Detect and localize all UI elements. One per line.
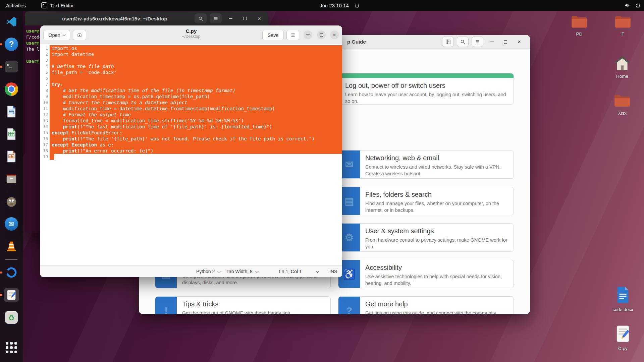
dock-item-trash[interactable]: ♻ xyxy=(4,310,19,324)
hamburger-menu-icon[interactable] xyxy=(472,37,483,47)
code-line[interactable]: 11 modification_time = datetime.datetime… xyxy=(40,106,342,112)
dock-item-vlc[interactable] xyxy=(4,239,19,253)
code-line[interactable]: 15except FileNotFoundError: xyxy=(40,130,342,136)
text-editor-icon xyxy=(41,2,47,8)
editor-statusbar: Python 2 Tab Width: 8 Ln 1, Col 1 INS xyxy=(40,265,342,277)
line-number: 2 xyxy=(40,51,50,57)
line-number: 4 xyxy=(40,63,50,69)
card-title: Get more help xyxy=(365,300,496,308)
clock-menu[interactable]: Jun 23 10:14 xyxy=(320,0,360,11)
minimize-button[interactable] xyxy=(486,37,497,47)
desktop-icon-code.docx[interactable]: code.docx xyxy=(608,286,638,312)
system-status-area[interactable] xyxy=(624,0,641,11)
dock-separator xyxy=(5,259,17,260)
code-line-text: # Format the output time xyxy=(50,112,342,118)
code-line-text: import datetime xyxy=(50,51,342,57)
card-description: Get tips on using this guide, and connec… xyxy=(365,310,496,314)
minimize-button[interactable] xyxy=(304,31,312,39)
desktop-icon-C.py[interactable]: C.py xyxy=(608,324,638,351)
help-card-morehelp[interactable]: ?Get more helpGet tips on using this gui… xyxy=(338,296,514,314)
folder-icon xyxy=(614,15,632,30)
line-number: 12 xyxy=(40,112,50,118)
line-number: 8 xyxy=(40,87,50,94)
text-cursor xyxy=(50,154,54,160)
code-line[interactable]: 5file_path = 'code.docx' xyxy=(40,69,342,75)
code-line-text: formatted_time = modification_time.strft… xyxy=(50,118,342,124)
dock-item-thunderbird[interactable]: ✉ xyxy=(4,217,19,231)
desktop-icon-F[interactable]: F xyxy=(608,15,638,37)
dock-item-gimp[interactable] xyxy=(4,194,19,208)
cursor-position[interactable]: Ln 1, Col 1 xyxy=(279,266,302,277)
dock-item-calc[interactable] xyxy=(4,127,19,141)
code-line[interactable]: 13 formatted_time = modification_time.st… xyxy=(40,118,342,124)
goto-line-dropdown[interactable] xyxy=(316,266,318,277)
minimize-button[interactable] xyxy=(225,13,236,23)
activities-button[interactable]: Activities xyxy=(6,3,26,8)
code-line[interactable]: 12 # Format the output time xyxy=(40,112,342,118)
terminal-title: user@iv-yds6oxrdvkcva4f6m15v: ~/Desktop xyxy=(25,16,205,21)
close-button[interactable]: × xyxy=(330,31,339,39)
hamburger-menu-icon[interactable] xyxy=(286,30,299,40)
files-icon xyxy=(5,173,18,185)
code-line[interactable]: 2import datetime xyxy=(40,51,342,57)
card-title: Networking, web & email xyxy=(365,154,509,162)
dock-item-vscode[interactable] xyxy=(4,15,19,29)
dock-item-help[interactable]: ? xyxy=(4,37,19,51)
save-button[interactable]: Save xyxy=(262,30,284,40)
dock-item-appgrid[interactable] xyxy=(4,341,19,355)
desktop-icon-Home[interactable]: Home xyxy=(607,56,637,79)
code-line[interactable]: 19 xyxy=(40,154,342,160)
card-description: Get the most out of GNOME with these han… xyxy=(182,310,291,314)
line-number: 9 xyxy=(40,94,50,100)
desktop-icon-label: code.docx xyxy=(612,307,633,312)
dock-item-texteditor[interactable] xyxy=(4,288,19,302)
dock-item-updater[interactable] xyxy=(4,265,19,280)
insert-mode-indicator[interactable]: INS xyxy=(329,266,337,277)
focused-app-menu[interactable]: Text Editor xyxy=(41,2,74,8)
dock-item-writer[interactable] xyxy=(4,105,19,119)
dock-item-terminal[interactable]: >_ xyxy=(4,60,19,74)
language-selector[interactable]: Python 2 xyxy=(196,266,220,277)
bookmarks-icon[interactable] xyxy=(442,37,454,47)
code-line-text: # Convert the timestamp to a datetime ob… xyxy=(50,100,342,106)
code-line[interactable]: 17except Exception as e: xyxy=(40,142,342,148)
close-button[interactable]: × xyxy=(514,37,525,47)
dock-item-impress[interactable] xyxy=(4,149,19,164)
maximize-button[interactable] xyxy=(500,37,511,47)
search-icon[interactable] xyxy=(457,37,469,47)
help-card-network[interactable]: ✉Networking, web & emailConnect to wirel… xyxy=(338,150,514,179)
help-card-files[interactable]: ▤Files, folders & searchFind and manage … xyxy=(338,187,514,215)
code-editing-area[interactable]: 1import os2import datetime34# Define the… xyxy=(40,45,342,265)
tab-width-selector[interactable]: Tab Width: 8 xyxy=(226,266,258,277)
help-card-access[interactable]: ♿AccessibilityUse assistive technologies… xyxy=(338,260,514,288)
terminal-titlebar[interactable]: user@iv-yds6oxrdvkcva4f6m15v: ~/Desktop … xyxy=(25,11,268,25)
dock-item-chrome[interactable] xyxy=(4,82,19,96)
maximize-button[interactable] xyxy=(239,13,251,23)
text-editor-window: Open C.py ~/Desktop Save × 1import os2im… xyxy=(40,25,342,277)
code-line[interactable]: 16 print(f"The file '{file_path}' was no… xyxy=(40,136,342,142)
code-line[interactable]: 3 xyxy=(40,57,342,63)
help-card-logout[interactable]: Log out, power off or switch users Learn… xyxy=(338,73,514,105)
code-line[interactable]: 1import os xyxy=(40,45,342,51)
code-line[interactable]: 9 modification_timestamp = os.path.getmt… xyxy=(40,94,342,100)
code-line[interactable]: 8 # Get the modification time of the fil… xyxy=(40,87,342,94)
close-button[interactable]: × xyxy=(254,13,265,23)
help-card-tips[interactable]: !Tips & tricksGet the most out of GNOME … xyxy=(155,296,331,314)
code-line[interactable]: 14 print(f"The last modification time of… xyxy=(40,124,342,130)
code-line[interactable]: 7try: xyxy=(40,81,342,87)
code-line[interactable]: 4# Define the file path xyxy=(40,63,342,69)
code-line-text: import os xyxy=(50,45,342,51)
editor-headerbar[interactable]: Open C.py ~/Desktop Save × xyxy=(40,25,342,44)
code-line[interactable]: 6 xyxy=(40,75,342,81)
desktop-icon-Xlsx[interactable]: Xlsx xyxy=(607,94,637,116)
code-line-text: modification_time = datetime.datetime.fr… xyxy=(50,106,342,112)
hamburger-menu-icon[interactable] xyxy=(210,13,222,23)
focused-app-label: Text Editor xyxy=(50,3,74,8)
running-indicator xyxy=(0,66,2,68)
maximize-button[interactable] xyxy=(317,31,326,39)
desktop-icon-PD[interactable]: PD xyxy=(564,15,594,37)
code-line[interactable]: 18 print(f"An error occurred: {e}") xyxy=(40,148,342,154)
code-line[interactable]: 10 # Convert the timestamp to a datetime… xyxy=(40,100,342,106)
dock-item-files[interactable] xyxy=(4,172,19,186)
help-card-settings[interactable]: ⚙User & system settingsFrom hardware con… xyxy=(338,223,514,252)
